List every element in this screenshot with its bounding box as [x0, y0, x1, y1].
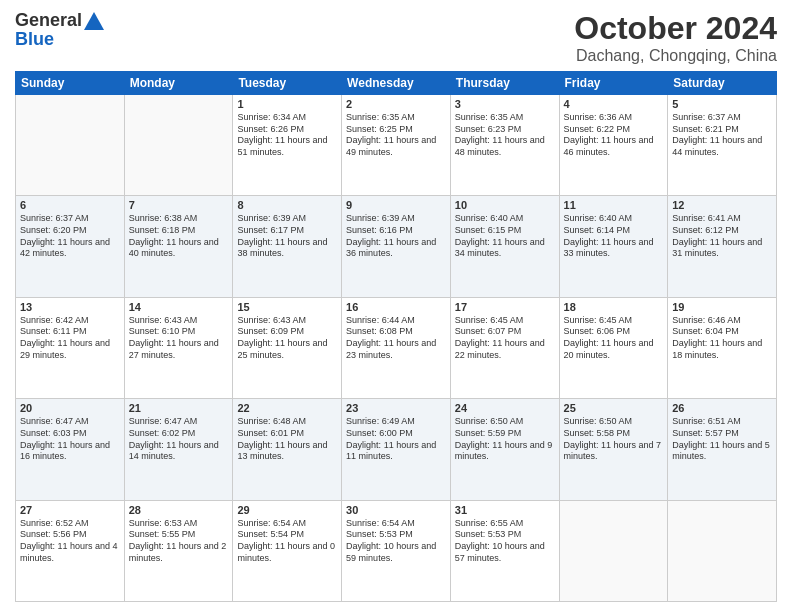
cell-info: Sunrise: 6:43 AM Sunset: 6:10 PM Dayligh… [129, 315, 229, 362]
table-row [16, 95, 125, 196]
table-row: 23Sunrise: 6:49 AM Sunset: 6:00 PM Dayli… [342, 399, 451, 500]
cell-info: Sunrise: 6:37 AM Sunset: 6:21 PM Dayligh… [672, 112, 772, 159]
table-row: 31Sunrise: 6:55 AM Sunset: 5:53 PM Dayli… [450, 500, 559, 601]
table-row: 25Sunrise: 6:50 AM Sunset: 5:58 PM Dayli… [559, 399, 668, 500]
svg-marker-0 [84, 12, 104, 30]
header: General Blue October 2024 Dachang, Chong… [15, 10, 777, 65]
cell-info: Sunrise: 6:36 AM Sunset: 6:22 PM Dayligh… [564, 112, 664, 159]
title-section: October 2024 Dachang, Chongqing, China [574, 10, 777, 65]
day-number: 16 [346, 301, 446, 313]
table-row: 30Sunrise: 6:54 AM Sunset: 5:53 PM Dayli… [342, 500, 451, 601]
day-number: 20 [20, 402, 120, 414]
table-row: 15Sunrise: 6:43 AM Sunset: 6:09 PM Dayli… [233, 297, 342, 398]
calendar-week-row: 13Sunrise: 6:42 AM Sunset: 6:11 PM Dayli… [16, 297, 777, 398]
table-row: 12Sunrise: 6:41 AM Sunset: 6:12 PM Dayli… [668, 196, 777, 297]
cell-info: Sunrise: 6:39 AM Sunset: 6:16 PM Dayligh… [346, 213, 446, 260]
table-row: 19Sunrise: 6:46 AM Sunset: 6:04 PM Dayli… [668, 297, 777, 398]
table-row: 26Sunrise: 6:51 AM Sunset: 5:57 PM Dayli… [668, 399, 777, 500]
calendar-table: Sunday Monday Tuesday Wednesday Thursday… [15, 71, 777, 602]
cell-info: Sunrise: 6:54 AM Sunset: 5:53 PM Dayligh… [346, 518, 446, 565]
month-title: October 2024 [574, 10, 777, 47]
header-tuesday: Tuesday [233, 72, 342, 95]
table-row: 20Sunrise: 6:47 AM Sunset: 6:03 PM Dayli… [16, 399, 125, 500]
table-row: 4Sunrise: 6:36 AM Sunset: 6:22 PM Daylig… [559, 95, 668, 196]
table-row: 11Sunrise: 6:40 AM Sunset: 6:14 PM Dayli… [559, 196, 668, 297]
day-number: 1 [237, 98, 337, 110]
cell-info: Sunrise: 6:53 AM Sunset: 5:55 PM Dayligh… [129, 518, 229, 565]
day-number: 23 [346, 402, 446, 414]
page: General Blue October 2024 Dachang, Chong… [0, 0, 792, 612]
cell-info: Sunrise: 6:38 AM Sunset: 6:18 PM Dayligh… [129, 213, 229, 260]
day-number: 18 [564, 301, 664, 313]
day-number: 9 [346, 199, 446, 211]
cell-info: Sunrise: 6:35 AM Sunset: 6:25 PM Dayligh… [346, 112, 446, 159]
header-sunday: Sunday [16, 72, 125, 95]
table-row: 27Sunrise: 6:52 AM Sunset: 5:56 PM Dayli… [16, 500, 125, 601]
day-number: 31 [455, 504, 555, 516]
day-number: 11 [564, 199, 664, 211]
day-number: 10 [455, 199, 555, 211]
cell-info: Sunrise: 6:43 AM Sunset: 6:09 PM Dayligh… [237, 315, 337, 362]
cell-info: Sunrise: 6:44 AM Sunset: 6:08 PM Dayligh… [346, 315, 446, 362]
cell-info: Sunrise: 6:52 AM Sunset: 5:56 PM Dayligh… [20, 518, 120, 565]
table-row: 21Sunrise: 6:47 AM Sunset: 6:02 PM Dayli… [124, 399, 233, 500]
table-row: 10Sunrise: 6:40 AM Sunset: 6:15 PM Dayli… [450, 196, 559, 297]
cell-info: Sunrise: 6:34 AM Sunset: 6:26 PM Dayligh… [237, 112, 337, 159]
day-number: 29 [237, 504, 337, 516]
day-number: 21 [129, 402, 229, 414]
cell-info: Sunrise: 6:40 AM Sunset: 6:14 PM Dayligh… [564, 213, 664, 260]
cell-info: Sunrise: 6:35 AM Sunset: 6:23 PM Dayligh… [455, 112, 555, 159]
cell-info: Sunrise: 6:41 AM Sunset: 6:12 PM Dayligh… [672, 213, 772, 260]
logo: General Blue [15, 10, 104, 50]
day-number: 24 [455, 402, 555, 414]
table-row: 28Sunrise: 6:53 AM Sunset: 5:55 PM Dayli… [124, 500, 233, 601]
cell-info: Sunrise: 6:47 AM Sunset: 6:02 PM Dayligh… [129, 416, 229, 463]
day-number: 6 [20, 199, 120, 211]
table-row: 13Sunrise: 6:42 AM Sunset: 6:11 PM Dayli… [16, 297, 125, 398]
cell-info: Sunrise: 6:47 AM Sunset: 6:03 PM Dayligh… [20, 416, 120, 463]
calendar-week-row: 6Sunrise: 6:37 AM Sunset: 6:20 PM Daylig… [16, 196, 777, 297]
day-number: 22 [237, 402, 337, 414]
day-number: 5 [672, 98, 772, 110]
header-monday: Monday [124, 72, 233, 95]
logo-blue: Blue [15, 29, 54, 50]
day-number: 14 [129, 301, 229, 313]
table-row: 1Sunrise: 6:34 AM Sunset: 6:26 PM Daylig… [233, 95, 342, 196]
location-title: Dachang, Chongqing, China [574, 47, 777, 65]
cell-info: Sunrise: 6:48 AM Sunset: 6:01 PM Dayligh… [237, 416, 337, 463]
day-number: 30 [346, 504, 446, 516]
calendar-week-row: 27Sunrise: 6:52 AM Sunset: 5:56 PM Dayli… [16, 500, 777, 601]
cell-info: Sunrise: 6:49 AM Sunset: 6:00 PM Dayligh… [346, 416, 446, 463]
table-row: 5Sunrise: 6:37 AM Sunset: 6:21 PM Daylig… [668, 95, 777, 196]
cell-info: Sunrise: 6:50 AM Sunset: 5:59 PM Dayligh… [455, 416, 555, 463]
table-row: 14Sunrise: 6:43 AM Sunset: 6:10 PM Dayli… [124, 297, 233, 398]
day-number: 28 [129, 504, 229, 516]
cell-info: Sunrise: 6:37 AM Sunset: 6:20 PM Dayligh… [20, 213, 120, 260]
header-wednesday: Wednesday [342, 72, 451, 95]
table-row: 29Sunrise: 6:54 AM Sunset: 5:54 PM Dayli… [233, 500, 342, 601]
day-number: 3 [455, 98, 555, 110]
table-row: 22Sunrise: 6:48 AM Sunset: 6:01 PM Dayli… [233, 399, 342, 500]
day-number: 27 [20, 504, 120, 516]
cell-info: Sunrise: 6:40 AM Sunset: 6:15 PM Dayligh… [455, 213, 555, 260]
header-friday: Friday [559, 72, 668, 95]
calendar-header-row: Sunday Monday Tuesday Wednesday Thursday… [16, 72, 777, 95]
cell-info: Sunrise: 6:50 AM Sunset: 5:58 PM Dayligh… [564, 416, 664, 463]
table-row: 17Sunrise: 6:45 AM Sunset: 6:07 PM Dayli… [450, 297, 559, 398]
day-number: 7 [129, 199, 229, 211]
table-row: 8Sunrise: 6:39 AM Sunset: 6:17 PM Daylig… [233, 196, 342, 297]
cell-info: Sunrise: 6:45 AM Sunset: 6:06 PM Dayligh… [564, 315, 664, 362]
cell-info: Sunrise: 6:55 AM Sunset: 5:53 PM Dayligh… [455, 518, 555, 565]
day-number: 19 [672, 301, 772, 313]
table-row: 6Sunrise: 6:37 AM Sunset: 6:20 PM Daylig… [16, 196, 125, 297]
cell-info: Sunrise: 6:54 AM Sunset: 5:54 PM Dayligh… [237, 518, 337, 565]
header-thursday: Thursday [450, 72, 559, 95]
table-row: 7Sunrise: 6:38 AM Sunset: 6:18 PM Daylig… [124, 196, 233, 297]
day-number: 2 [346, 98, 446, 110]
table-row: 3Sunrise: 6:35 AM Sunset: 6:23 PM Daylig… [450, 95, 559, 196]
day-number: 25 [564, 402, 664, 414]
table-row [124, 95, 233, 196]
cell-info: Sunrise: 6:45 AM Sunset: 6:07 PM Dayligh… [455, 315, 555, 362]
table-row: 24Sunrise: 6:50 AM Sunset: 5:59 PM Dayli… [450, 399, 559, 500]
day-number: 12 [672, 199, 772, 211]
